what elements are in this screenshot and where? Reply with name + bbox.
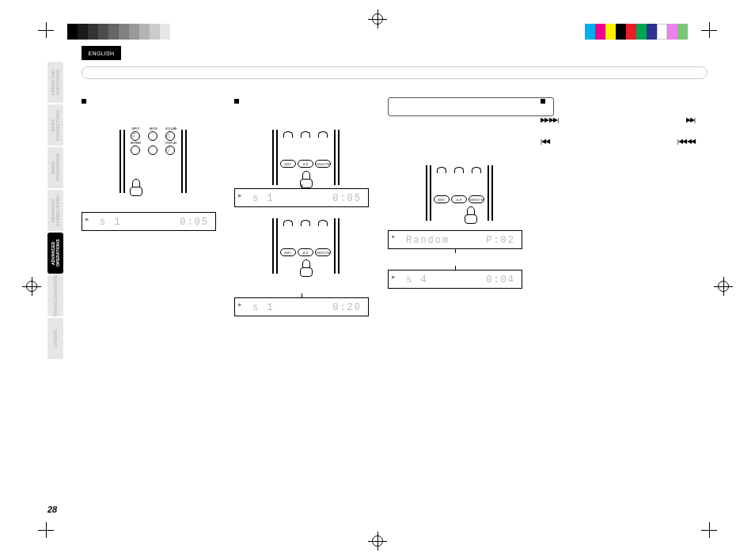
lcd-display-random: ■ Random P:02 xyxy=(388,230,522,249)
lcd-display-3: ▶ s 1 0:20 xyxy=(234,297,369,316)
skip-back-row: |◀◀ |◀◀ ◀◀ xyxy=(541,138,695,145)
registration-mark xyxy=(368,532,387,551)
fast-forward-icon: ▶▶ ▶▶| xyxy=(541,116,558,123)
note-box xyxy=(388,97,554,116)
skip-forward-row: ▶▶ ▶▶| ▶▶| xyxy=(541,116,695,123)
section-header-bar xyxy=(82,66,708,79)
sidetab-basic-operations: BASIC OPERATIONS xyxy=(47,147,63,188)
sidetab-basic-connections: BASIC CONNECTIONS xyxy=(47,104,63,146)
registration-mark xyxy=(368,9,387,28)
section-marker-icon xyxy=(234,99,239,104)
prev-track-icon: |◀◀ xyxy=(541,138,549,145)
section-marker-icon xyxy=(82,99,86,104)
lcd-display-1: ▶ s 1 0:05 xyxy=(82,212,216,231)
grayscale-calibration-bar xyxy=(67,24,170,40)
lcd-display-2: ▶ s 1 0:05 xyxy=(234,188,369,207)
column-1: INPUT▽ MUTE VOLUME△ REPEAT DISPLAY▽ ▶ s … xyxy=(82,97,224,231)
remote-illustration-repeat: INPUT▽ MUTE VOLUME△ REPEAT DISPLAY▽ xyxy=(116,130,191,193)
remote-illustration-ab-2: AMS A-B RANDOM xyxy=(268,218,343,274)
section-marker-icon xyxy=(541,99,545,104)
registration-mark xyxy=(714,277,733,296)
remote-illustration-random: AMS A-B RANDOM xyxy=(422,165,497,221)
column-2: AMS A-B RANDOM ▶ s 1 0:05 AMS A-B RAND xyxy=(234,97,377,316)
page-number: 28 xyxy=(47,505,57,514)
crop-mark xyxy=(701,22,717,38)
crop-mark xyxy=(38,522,54,538)
sidetab-advanced-connections: ADVANCED CONNECTIONS xyxy=(47,190,63,231)
side-nav-tabs: NAMES AND FUNCTIONS BASIC CONNECTIONS BA… xyxy=(47,62,63,361)
language-tab: ENGLISH xyxy=(82,46,121,60)
crop-mark xyxy=(701,522,717,538)
lcd-display-5: ▶ s 4 0:04 xyxy=(388,270,522,289)
column-3: AMS A-B RANDOM ■ Random P:02 ▶ s 4 0:04 xyxy=(388,97,530,289)
sidetab-names-functions: NAMES AND FUNCTIONS xyxy=(47,62,63,103)
page-content: ENGLISH NAMES AND FUNCTIONS BASIC CONNEC… xyxy=(47,46,708,514)
rewind-icon: |◀◀ ◀◀ xyxy=(677,138,695,145)
sidetab-others: OTHERS xyxy=(47,318,63,359)
registration-mark xyxy=(22,277,41,296)
color-calibration-bar xyxy=(585,24,688,40)
column-4: ▶▶ ▶▶| ▶▶| |◀◀ |◀◀ ◀◀ xyxy=(541,97,695,147)
remote-illustration-ab-1: AMS A-B RANDOM xyxy=(268,130,343,185)
sidetab-advanced-operations: ADVANCED OPERATIONS xyxy=(47,233,63,274)
sidetab-troubleshooting: TROUBLESHOOTING xyxy=(47,275,63,316)
next-track-icon: ▶▶| xyxy=(686,116,695,123)
crop-mark xyxy=(38,22,54,38)
